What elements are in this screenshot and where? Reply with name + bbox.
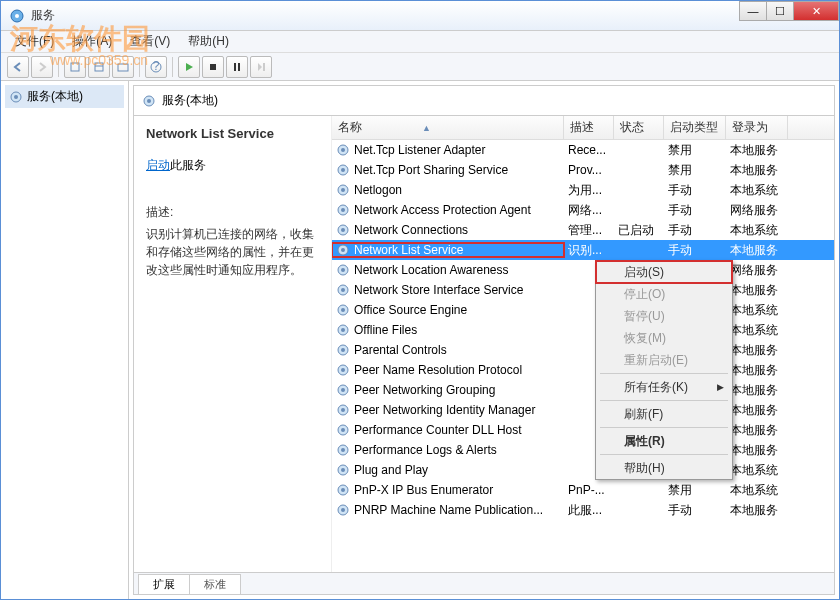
table-row[interactable]: Offline Files本地系统 [332, 320, 834, 340]
gear-icon [336, 363, 350, 377]
service-name-cell: Performance Counter DLL Host [354, 423, 522, 437]
restart-button[interactable] [250, 56, 272, 78]
list-header: 名称▲ 描述 状态 启动类型 登录为 [332, 116, 834, 140]
window-title: 服务 [31, 7, 55, 24]
table-row[interactable]: Performance Counter DLL Host本地服务 [332, 420, 834, 440]
table-row[interactable]: Net.Tcp Port Sharing ServiceProv...禁用本地服… [332, 160, 834, 180]
properties-button[interactable] [64, 56, 86, 78]
start-button[interactable] [178, 56, 200, 78]
start-cell: 手动 [664, 182, 726, 199]
back-button[interactable] [7, 56, 29, 78]
table-row[interactable]: Performance Logs & Alerts本地服务 [332, 440, 834, 460]
context-menu-item[interactable]: 属性(R) [596, 430, 732, 452]
table-row[interactable]: PnP-X IP Bus EnumeratorPnP-...禁用本地系统 [332, 480, 834, 500]
logon-cell: 本地服务 [726, 402, 788, 419]
close-button[interactable]: ✕ [793, 1, 839, 21]
logon-cell: 本地服务 [726, 502, 788, 519]
export-button[interactable] [88, 56, 110, 78]
svg-point-12 [14, 95, 18, 99]
minimize-button[interactable]: — [739, 1, 767, 21]
logon-cell: 本地系统 [726, 322, 788, 339]
svg-point-1 [15, 14, 19, 18]
desc-text: 识别计算机已连接的网络，收集和存储这些网络的属性，并在更改这些属性时通知应用程序… [146, 225, 319, 279]
gear-icon [336, 383, 350, 397]
svg-point-44 [341, 428, 345, 432]
service-name-cell: Network List Service [354, 243, 463, 257]
col-start[interactable]: 启动类型 [664, 116, 726, 139]
gear-icon [336, 343, 350, 357]
menu-view[interactable]: 查看(V) [122, 31, 178, 52]
refresh-button[interactable] [112, 56, 134, 78]
tab-extended[interactable]: 扩展 [138, 574, 190, 594]
start-cell: 手动 [664, 202, 726, 219]
service-name-cell: Parental Controls [354, 343, 447, 357]
gear-icon [336, 263, 350, 277]
gear-icon [336, 323, 350, 337]
logon-cell: 本地服务 [726, 362, 788, 379]
col-logon[interactable]: 登录为 [726, 116, 788, 139]
svg-point-20 [341, 188, 345, 192]
svg-point-14 [147, 99, 151, 103]
table-row[interactable]: Network List Service识别...手动本地服务 [332, 240, 834, 260]
context-menu-item[interactable]: 所有任务(K)▶ [596, 376, 732, 398]
service-name-cell: Peer Networking Grouping [354, 383, 495, 397]
col-name[interactable]: 名称▲ [332, 116, 564, 139]
context-menu: 启动(S)停止(O)暂停(U)恢复(M)重新启动(E)所有任务(K)▶刷新(F)… [595, 260, 733, 480]
svg-point-40 [341, 388, 345, 392]
table-row[interactable]: Parental Controls本地服务 [332, 340, 834, 360]
table-row[interactable]: Peer Networking Grouping本地服务 [332, 380, 834, 400]
logon-cell: 本地系统 [726, 302, 788, 319]
titlebar[interactable]: 服务 — ☐ ✕ [1, 1, 839, 31]
logon-cell: 本地系统 [726, 482, 788, 499]
toolbar: ? [1, 53, 839, 81]
desc-cell: 为用... [564, 182, 614, 199]
start-cell: 手动 [664, 502, 726, 519]
table-row[interactable]: Netlogon为用...手动本地系统 [332, 180, 834, 200]
menu-action[interactable]: 操作(A) [64, 31, 120, 52]
logon-cell: 网络服务 [726, 262, 788, 279]
service-name-cell: PnP-X IP Bus Enumerator [354, 483, 493, 497]
table-row[interactable]: Plug and Play本地系统 [332, 460, 834, 480]
logon-cell: 本地服务 [726, 242, 788, 259]
list-body: Net.Tcp Listener AdapterRece...禁用本地服务Net… [332, 140, 834, 572]
menu-file[interactable]: 文件(F) [7, 31, 62, 52]
help-button[interactable]: ? [145, 56, 167, 78]
pause-button[interactable] [226, 56, 248, 78]
desc-cell: 网络... [564, 202, 614, 219]
table-row[interactable]: Peer Networking Identity Manager本地服务 [332, 400, 834, 420]
content-title: 服务(本地) [162, 92, 218, 109]
tab-standard[interactable]: 标准 [189, 574, 241, 594]
stop-button[interactable] [202, 56, 224, 78]
gear-icon [336, 183, 350, 197]
context-menu-item[interactable]: 帮助(H) [596, 457, 732, 479]
tree-item-services[interactable]: 服务(本地) [5, 85, 124, 108]
table-row[interactable]: Network Store Interface Service本地服务 [332, 280, 834, 300]
gear-icon [336, 303, 350, 317]
gear-icon [336, 503, 350, 517]
tree-label: 服务(本地) [27, 88, 83, 105]
table-row[interactable]: Network Location Awareness网络服务 [332, 260, 834, 280]
content-header: 服务(本地) [134, 86, 834, 116]
maximize-button[interactable]: ☐ [766, 1, 794, 21]
gear-icon [336, 283, 350, 297]
table-row[interactable]: Network Access Protection Agent网络...手动网络… [332, 200, 834, 220]
col-desc[interactable]: 描述 [564, 116, 614, 139]
table-row[interactable]: Network Connections管理...已启动手动本地系统 [332, 220, 834, 240]
svg-point-38 [341, 368, 345, 372]
forward-button[interactable] [31, 56, 53, 78]
table-row[interactable]: PNRP Machine Name Publication...此服...手动本… [332, 500, 834, 520]
tabs: 扩展 标准 [134, 572, 834, 594]
menu-help[interactable]: 帮助(H) [180, 31, 237, 52]
table-row[interactable]: Net.Tcp Listener AdapterRece...禁用本地服务 [332, 140, 834, 160]
svg-point-34 [341, 328, 345, 332]
service-name-cell: Peer Networking Identity Manager [354, 403, 535, 417]
table-row[interactable]: Peer Name Resolution Protocol本地服务 [332, 360, 834, 380]
context-menu-item[interactable]: 刷新(F) [596, 403, 732, 425]
start-suffix: 此服务 [170, 158, 206, 172]
gear-icon [336, 483, 350, 497]
svg-text:?: ? [153, 61, 160, 73]
col-status[interactable]: 状态 [614, 116, 664, 139]
context-menu-item[interactable]: 启动(S) [596, 261, 732, 283]
start-link[interactable]: 启动 [146, 158, 170, 172]
table-row[interactable]: Office Source Engine本地系统 [332, 300, 834, 320]
